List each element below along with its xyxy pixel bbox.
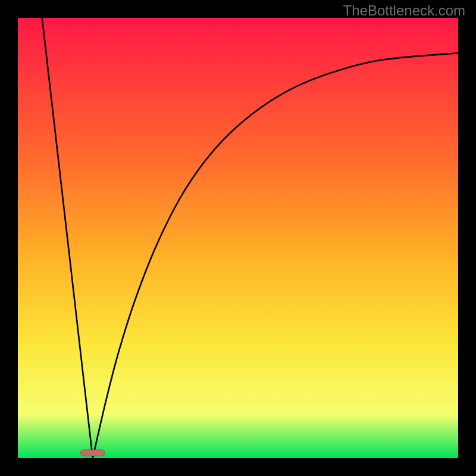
attribution-text: TheBottleneck.com [343,2,465,19]
chart-svg [18,18,458,458]
minimum-marker [80,450,105,456]
chart-root: { "attribution": "TheBottleneck.com", "c… [0,0,476,476]
plot-area [18,18,458,458]
gradient-background [18,18,458,458]
